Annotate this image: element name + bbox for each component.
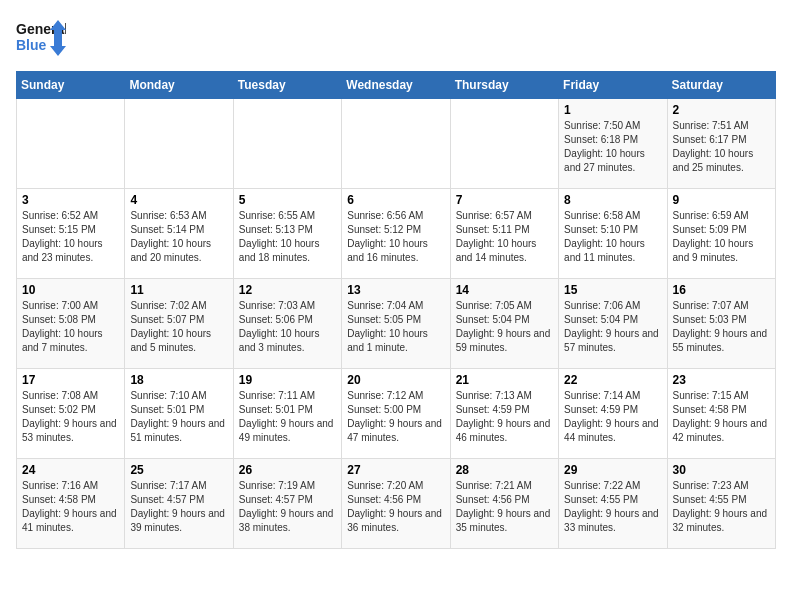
day-number: 3 xyxy=(22,193,119,207)
calendar-cell: 25Sunrise: 7:17 AM Sunset: 4:57 PM Dayli… xyxy=(125,459,233,549)
day-info: Sunrise: 7:13 AM Sunset: 4:59 PM Dayligh… xyxy=(456,389,553,445)
logo: General Blue xyxy=(16,16,66,61)
day-number: 27 xyxy=(347,463,444,477)
day-info: Sunrise: 6:58 AM Sunset: 5:10 PM Dayligh… xyxy=(564,209,661,265)
day-info: Sunrise: 7:21 AM Sunset: 4:56 PM Dayligh… xyxy=(456,479,553,535)
day-number: 2 xyxy=(673,103,770,117)
day-info: Sunrise: 7:07 AM Sunset: 5:03 PM Dayligh… xyxy=(673,299,770,355)
calendar-cell xyxy=(17,99,125,189)
calendar-cell: 26Sunrise: 7:19 AM Sunset: 4:57 PM Dayli… xyxy=(233,459,341,549)
day-info: Sunrise: 6:56 AM Sunset: 5:12 PM Dayligh… xyxy=(347,209,444,265)
day-number: 25 xyxy=(130,463,227,477)
calendar-week-row: 1Sunrise: 7:50 AM Sunset: 6:18 PM Daylig… xyxy=(17,99,776,189)
day-number: 22 xyxy=(564,373,661,387)
day-number: 28 xyxy=(456,463,553,477)
calendar-cell: 3Sunrise: 6:52 AM Sunset: 5:15 PM Daylig… xyxy=(17,189,125,279)
calendar-cell: 2Sunrise: 7:51 AM Sunset: 6:17 PM Daylig… xyxy=(667,99,775,189)
day-number: 19 xyxy=(239,373,336,387)
day-number: 29 xyxy=(564,463,661,477)
calendar-day-header: Thursday xyxy=(450,72,558,99)
day-number: 4 xyxy=(130,193,227,207)
calendar-cell: 7Sunrise: 6:57 AM Sunset: 5:11 PM Daylig… xyxy=(450,189,558,279)
calendar-day-header: Saturday xyxy=(667,72,775,99)
calendar-day-header: Monday xyxy=(125,72,233,99)
calendar-cell: 30Sunrise: 7:23 AM Sunset: 4:55 PM Dayli… xyxy=(667,459,775,549)
calendar-day-header: Friday xyxy=(559,72,667,99)
day-number: 23 xyxy=(673,373,770,387)
svg-text:Blue: Blue xyxy=(16,37,47,53)
calendar-cell xyxy=(342,99,450,189)
calendar-week-row: 10Sunrise: 7:00 AM Sunset: 5:08 PM Dayli… xyxy=(17,279,776,369)
day-info: Sunrise: 7:20 AM Sunset: 4:56 PM Dayligh… xyxy=(347,479,444,535)
day-number: 30 xyxy=(673,463,770,477)
calendar-cell: 13Sunrise: 7:04 AM Sunset: 5:05 PM Dayli… xyxy=(342,279,450,369)
day-info: Sunrise: 7:02 AM Sunset: 5:07 PM Dayligh… xyxy=(130,299,227,355)
day-info: Sunrise: 7:50 AM Sunset: 6:18 PM Dayligh… xyxy=(564,119,661,175)
calendar-cell: 1Sunrise: 7:50 AM Sunset: 6:18 PM Daylig… xyxy=(559,99,667,189)
calendar-cell xyxy=(450,99,558,189)
day-info: Sunrise: 7:19 AM Sunset: 4:57 PM Dayligh… xyxy=(239,479,336,535)
logo-svg: General Blue xyxy=(16,16,66,61)
day-number: 11 xyxy=(130,283,227,297)
day-number: 24 xyxy=(22,463,119,477)
day-number: 16 xyxy=(673,283,770,297)
day-number: 20 xyxy=(347,373,444,387)
day-info: Sunrise: 7:16 AM Sunset: 4:58 PM Dayligh… xyxy=(22,479,119,535)
day-number: 10 xyxy=(22,283,119,297)
calendar-table: SundayMondayTuesdayWednesdayThursdayFrid… xyxy=(16,71,776,549)
calendar-cell: 23Sunrise: 7:15 AM Sunset: 4:58 PM Dayli… xyxy=(667,369,775,459)
calendar-day-header: Sunday xyxy=(17,72,125,99)
calendar-cell xyxy=(125,99,233,189)
day-info: Sunrise: 7:14 AM Sunset: 4:59 PM Dayligh… xyxy=(564,389,661,445)
calendar-cell: 27Sunrise: 7:20 AM Sunset: 4:56 PM Dayli… xyxy=(342,459,450,549)
calendar-cell: 10Sunrise: 7:00 AM Sunset: 5:08 PM Dayli… xyxy=(17,279,125,369)
calendar-week-row: 3Sunrise: 6:52 AM Sunset: 5:15 PM Daylig… xyxy=(17,189,776,279)
day-number: 13 xyxy=(347,283,444,297)
calendar-cell: 5Sunrise: 6:55 AM Sunset: 5:13 PM Daylig… xyxy=(233,189,341,279)
calendar-cell: 8Sunrise: 6:58 AM Sunset: 5:10 PM Daylig… xyxy=(559,189,667,279)
day-info: Sunrise: 7:12 AM Sunset: 5:00 PM Dayligh… xyxy=(347,389,444,445)
day-info: Sunrise: 7:08 AM Sunset: 5:02 PM Dayligh… xyxy=(22,389,119,445)
calendar-cell: 16Sunrise: 7:07 AM Sunset: 5:03 PM Dayli… xyxy=(667,279,775,369)
day-info: Sunrise: 7:23 AM Sunset: 4:55 PM Dayligh… xyxy=(673,479,770,535)
calendar-day-header: Wednesday xyxy=(342,72,450,99)
calendar-cell: 20Sunrise: 7:12 AM Sunset: 5:00 PM Dayli… xyxy=(342,369,450,459)
calendar-cell: 12Sunrise: 7:03 AM Sunset: 5:06 PM Dayli… xyxy=(233,279,341,369)
calendar-cell: 15Sunrise: 7:06 AM Sunset: 5:04 PM Dayli… xyxy=(559,279,667,369)
day-info: Sunrise: 6:57 AM Sunset: 5:11 PM Dayligh… xyxy=(456,209,553,265)
day-number: 15 xyxy=(564,283,661,297)
day-info: Sunrise: 7:17 AM Sunset: 4:57 PM Dayligh… xyxy=(130,479,227,535)
calendar-cell: 14Sunrise: 7:05 AM Sunset: 5:04 PM Dayli… xyxy=(450,279,558,369)
calendar-week-row: 24Sunrise: 7:16 AM Sunset: 4:58 PM Dayli… xyxy=(17,459,776,549)
day-info: Sunrise: 7:03 AM Sunset: 5:06 PM Dayligh… xyxy=(239,299,336,355)
day-info: Sunrise: 7:51 AM Sunset: 6:17 PM Dayligh… xyxy=(673,119,770,175)
calendar-cell: 17Sunrise: 7:08 AM Sunset: 5:02 PM Dayli… xyxy=(17,369,125,459)
calendar-cell: 29Sunrise: 7:22 AM Sunset: 4:55 PM Dayli… xyxy=(559,459,667,549)
calendar-cell: 4Sunrise: 6:53 AM Sunset: 5:14 PM Daylig… xyxy=(125,189,233,279)
day-number: 7 xyxy=(456,193,553,207)
day-info: Sunrise: 7:10 AM Sunset: 5:01 PM Dayligh… xyxy=(130,389,227,445)
calendar-cell: 6Sunrise: 6:56 AM Sunset: 5:12 PM Daylig… xyxy=(342,189,450,279)
calendar-cell: 24Sunrise: 7:16 AM Sunset: 4:58 PM Dayli… xyxy=(17,459,125,549)
day-number: 18 xyxy=(130,373,227,387)
calendar-cell xyxy=(233,99,341,189)
day-info: Sunrise: 7:04 AM Sunset: 5:05 PM Dayligh… xyxy=(347,299,444,355)
day-info: Sunrise: 6:55 AM Sunset: 5:13 PM Dayligh… xyxy=(239,209,336,265)
calendar-header-row: SundayMondayTuesdayWednesdayThursdayFrid… xyxy=(17,72,776,99)
day-info: Sunrise: 7:22 AM Sunset: 4:55 PM Dayligh… xyxy=(564,479,661,535)
day-info: Sunrise: 7:06 AM Sunset: 5:04 PM Dayligh… xyxy=(564,299,661,355)
day-info: Sunrise: 7:00 AM Sunset: 5:08 PM Dayligh… xyxy=(22,299,119,355)
day-number: 8 xyxy=(564,193,661,207)
day-number: 1 xyxy=(564,103,661,117)
day-number: 12 xyxy=(239,283,336,297)
day-number: 21 xyxy=(456,373,553,387)
calendar-cell: 18Sunrise: 7:10 AM Sunset: 5:01 PM Dayli… xyxy=(125,369,233,459)
day-info: Sunrise: 7:11 AM Sunset: 5:01 PM Dayligh… xyxy=(239,389,336,445)
calendar-cell: 22Sunrise: 7:14 AM Sunset: 4:59 PM Dayli… xyxy=(559,369,667,459)
calendar-cell: 21Sunrise: 7:13 AM Sunset: 4:59 PM Dayli… xyxy=(450,369,558,459)
day-info: Sunrise: 6:53 AM Sunset: 5:14 PM Dayligh… xyxy=(130,209,227,265)
page-header: General Blue xyxy=(16,16,776,61)
day-number: 26 xyxy=(239,463,336,477)
day-number: 14 xyxy=(456,283,553,297)
day-number: 5 xyxy=(239,193,336,207)
